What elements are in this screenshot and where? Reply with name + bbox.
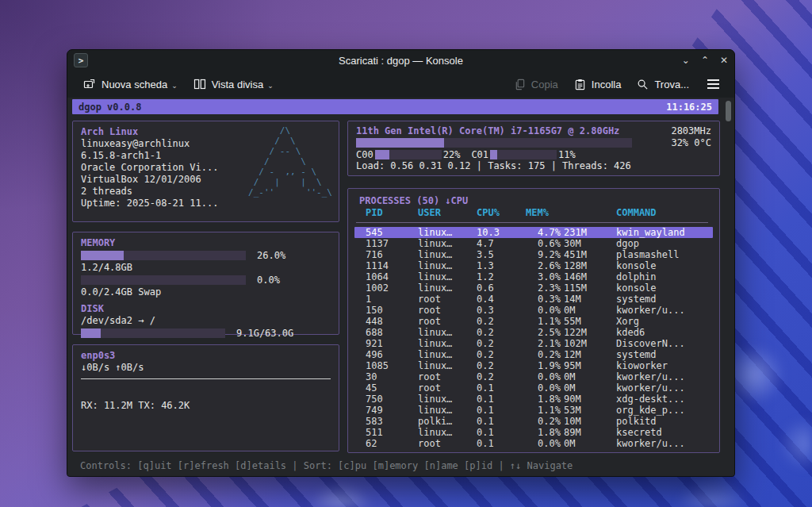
mem-cell: 4.7% — [526, 227, 561, 238]
memory-percent: 26.0% — [257, 250, 285, 261]
cpu-cell: 1.3 — [477, 260, 523, 271]
user-cell: root — [418, 294, 473, 305]
user-cell: linux… — [418, 360, 473, 371]
process-row: 1114linux…1.32.6%128Mkonsole — [354, 260, 713, 271]
process-row: 749linux…0.11.1%53Morg_kde_p... — [354, 405, 713, 416]
terminal-scrollbar[interactable] — [725, 99, 732, 474]
processes-header-row: PID USER CPU% MEM% COMMAND — [354, 207, 713, 219]
memory-bar-row: 26.0% — [81, 250, 331, 261]
command-cell: dolphin — [616, 271, 710, 282]
command-cell: xdg-deskt... — [616, 394, 710, 405]
mem-cell: 1.8% — [526, 394, 561, 405]
cpu-cell: 0.2 — [477, 360, 523, 371]
cpu-cell: 3.5 — [477, 249, 523, 260]
process-row: 716linux…3.59.2%451Mplasmashell — [354, 249, 713, 260]
konsole-app-icon[interactable]: > — [74, 53, 88, 67]
rss-cell: 55M — [564, 316, 613, 327]
disk-title: DISK — [81, 303, 331, 315]
user-cell: root — [418, 438, 473, 449]
titlebar[interactable]: > Scaricati : dgop — Konsole ⌄ ⌃ ✕ — [67, 50, 734, 71]
command-cell: org_kde_p... — [616, 405, 710, 416]
process-row: 750linux…0.11.8%90Mxdg-deskt... — [354, 394, 713, 405]
paste-label: Incolla — [592, 79, 622, 90]
cpu-cell: 0.1 — [477, 405, 523, 416]
process-row: 448root0.21.1%55MXorg — [354, 316, 713, 327]
mem-cell: 1.1% — [526, 405, 561, 416]
processes-title: PROCESSES (50) ↓CPU — [354, 194, 713, 207]
swap-amount: 0.0/2.4GB Swap — [81, 286, 331, 298]
mem-cell: 2.1% — [526, 338, 561, 349]
menu-button[interactable] — [699, 75, 725, 94]
cpu-load-line: Load: 0.56 0.31 0.12 | Tasks: 175 | Thre… — [356, 160, 711, 172]
user-cell: polki… — [418, 416, 473, 427]
process-row: 1002linux…0.62.3%115Mkonsole — [354, 282, 713, 294]
command-cell: systemd — [616, 294, 710, 305]
command-cell: kworker/u... — [616, 382, 710, 394]
mem-cell: 0.2% — [526, 349, 561, 360]
pid-cell: 583 — [366, 416, 415, 427]
network-panel: enp0s3 ↓0B/s ↑0B/s RX: 11.2M TX: 46.2K — [72, 344, 339, 451]
cpu-cell: 0.1 — [477, 427, 523, 438]
toolbar: Nuova scheda ⌄ Vista divisa ⌄ — [67, 71, 734, 98]
pid-cell: 1137 — [366, 238, 415, 249]
mem-cell: 0.0% — [526, 382, 561, 394]
process-row: 62root0.10.0%0Mkworker/u... — [354, 438, 713, 449]
close-button[interactable]: ✕ — [720, 56, 728, 65]
user-cell: linux… — [418, 260, 473, 271]
network-speeds: ↓0B/s ↑0B/s — [81, 362, 331, 374]
rss-cell: 0M — [564, 371, 613, 382]
process-row: 1085linux…0.21.9%95Mkioworker — [354, 360, 713, 371]
user-cell: root — [418, 316, 473, 327]
cpu-cell: 0.1 — [477, 416, 523, 427]
konsole-window: > Scaricati : dgop — Konsole ⌄ ⌃ ✕ Nuova… — [67, 49, 735, 477]
scrollbar-handle[interactable] — [726, 101, 731, 121]
pid-cell: 1064 — [366, 271, 415, 282]
paste-icon — [574, 79, 586, 90]
pid-cell: 1114 — [366, 260, 415, 271]
process-row: 688linux…0.22.5%122Mkded6 — [354, 327, 713, 338]
user-cell: linux… — [418, 238, 473, 249]
rss-cell: 30M — [564, 238, 613, 249]
minimize-button[interactable]: ⌄ — [682, 56, 690, 65]
user-cell: root — [418, 371, 473, 382]
process-rows: 545linux…10.34.7%231Mkwin_wayland1137lin… — [354, 227, 713, 449]
cpu-cell: 0.1 — [477, 438, 523, 449]
system-info-line: Uptime: 2025-08-21 11... — [81, 198, 331, 209]
dgop-clock: 11:16:25 — [666, 102, 712, 113]
process-row: 1137linux…4.70.6%30Mdgop — [354, 238, 713, 249]
rss-cell: 0M — [564, 438, 613, 449]
rss-cell: 89M — [564, 427, 613, 438]
paste-button[interactable]: Incolla — [568, 75, 628, 94]
core-usage-bar — [490, 150, 557, 159]
process-row: 496linux…0.20.2%12Msystemd — [354, 349, 713, 360]
rss-cell: 53M — [564, 405, 613, 416]
user-cell: linux… — [418, 249, 473, 260]
network-divider — [81, 378, 331, 379]
command-cell: kworker/u... — [616, 371, 710, 382]
cpu-cell: 0.2 — [477, 338, 523, 349]
cpu-frequency: 2803MHz — [671, 125, 711, 137]
mem-cell: 0.3% — [526, 294, 561, 305]
terminal-view[interactable]: dgop v0.0.8 11:16:25 Arch Linuxlinuxeasy… — [67, 98, 734, 476]
disk-bar-row: 9.1G/63.0G — [81, 328, 331, 339]
split-view-icon — [193, 78, 206, 90]
find-button[interactable]: Trova... — [630, 75, 695, 94]
new-tab-caret-icon[interactable]: ⌄ — [171, 82, 178, 90]
cpu-overall-bar — [356, 138, 632, 148]
mem-cell: 0.2% — [526, 416, 561, 427]
disk-amount: 9.1G/63.0G — [236, 328, 293, 339]
new-tab-button[interactable]: Nuova scheda ⌄ — [77, 74, 184, 94]
rss-cell: 115M — [564, 282, 613, 294]
mem-cell: 1.1% — [526, 316, 561, 327]
split-view-caret-icon[interactable]: ⌄ — [267, 82, 274, 90]
split-view-button[interactable]: Vista divisa ⌄ — [187, 74, 280, 94]
find-label: Trova... — [654, 79, 689, 90]
rss-cell: 0M — [564, 305, 613, 316]
system-info-panel: Arch Linuxlinuxeasy@archlinux6.15.8-arch… — [72, 121, 339, 222]
user-cell: root — [418, 382, 473, 394]
swap-bar-row: 0.0% — [81, 275, 331, 286]
pid-cell: 62 — [366, 438, 415, 449]
maximize-button[interactable]: ⌃ — [701, 56, 709, 65]
pid-cell: 749 — [366, 405, 415, 416]
memory-disk-panel: MEMORY 26.0% 1.2/4.8GB 0.0% 0.0/2.4GB Sw… — [72, 232, 339, 335]
